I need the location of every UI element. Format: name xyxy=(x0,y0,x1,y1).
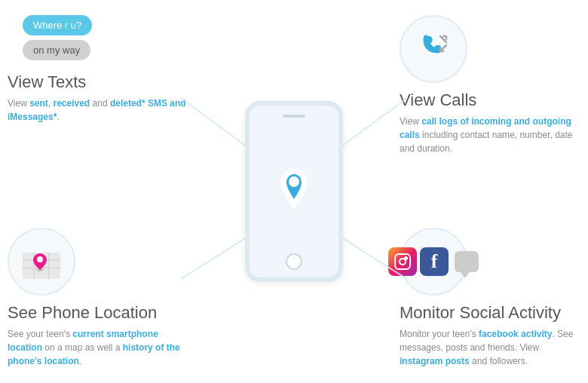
location-map-icon xyxy=(19,241,64,283)
center-phone xyxy=(245,101,343,282)
phone-home-button xyxy=(286,253,302,270)
instagram-icon xyxy=(388,247,417,276)
calls-icon-circle xyxy=(400,15,467,83)
received-bubble: on my way xyxy=(23,40,90,60)
speech-bubble-icon xyxy=(455,251,479,272)
social-activity-desc: Monitor your teen's facebook activity. S… xyxy=(400,327,580,368)
view-calls-title: View Calls xyxy=(400,90,476,110)
main-container: Where r u? on my way View Texts View sen… xyxy=(0,0,588,383)
location-icon-circle xyxy=(8,228,75,296)
svg-point-13 xyxy=(289,176,299,187)
app-logo xyxy=(271,165,317,218)
received-link: received xyxy=(54,98,90,109)
svg-line-1 xyxy=(335,98,407,151)
sent-bubble: Where r u? xyxy=(23,15,92,35)
svg-line-2 xyxy=(181,234,253,279)
view-texts-title: View Texts xyxy=(8,72,86,92)
social-icon-circle: f xyxy=(400,228,467,296)
phone-call-icon xyxy=(413,29,455,70)
view-calls-section: View Calls View call logs of incoming an… xyxy=(400,15,580,155)
phone-location-title: See Phone Location xyxy=(8,303,157,323)
social-icons-group: f xyxy=(388,247,479,276)
social-activity-title: Monitor Social Activity xyxy=(400,303,561,323)
chat-bubbles: Where r u? on my way xyxy=(23,15,100,65)
phone-location-desc: See your teen's current smartphone locat… xyxy=(8,327,188,368)
view-calls-desc: View call logs of incoming and outgoing … xyxy=(400,115,580,155)
svg-point-12 xyxy=(37,256,43,262)
sent-link: sent xyxy=(29,98,48,109)
svg-line-0 xyxy=(181,98,253,151)
instagram-link: instagram posts xyxy=(400,356,470,366)
phone-location-section: See Phone Location See your teen's curre… xyxy=(8,228,188,368)
view-texts-desc: View sent, received and deleted* SMS and… xyxy=(8,97,188,124)
social-activity-section: f Monitor Social Activity Monitor your t… xyxy=(400,228,580,368)
view-texts-section: Where r u? on my way View Texts View sen… xyxy=(8,15,188,124)
facebook-icon: f xyxy=(420,247,449,276)
phone-speaker xyxy=(283,115,305,118)
facebook-link: facebook activity xyxy=(479,329,552,339)
